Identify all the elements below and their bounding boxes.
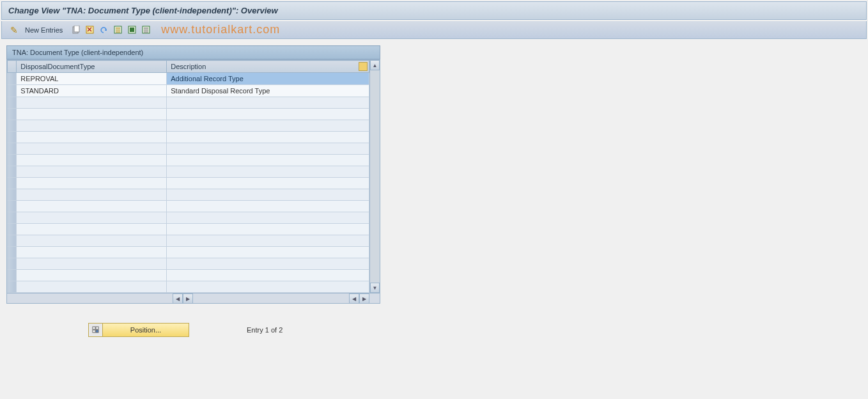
- cell-description[interactable]: [167, 132, 369, 143]
- row-selector[interactable]: [8, 281, 17, 293]
- table-row[interactable]: [8, 212, 369, 224]
- cell-disposal-type[interactable]: [17, 132, 167, 143]
- vertical-scrollbar[interactable]: ▲ ▼: [369, 60, 380, 293]
- cell-description[interactable]: [167, 109, 369, 120]
- cell-disposal-type[interactable]: [17, 258, 167, 270]
- table-row[interactable]: [8, 281, 369, 293]
- row-selector[interactable]: [8, 85, 17, 97]
- cell-description[interactable]: [167, 224, 369, 235]
- cell-disposal-type[interactable]: [17, 155, 167, 166]
- row-selector[interactable]: [8, 224, 17, 235]
- select-block-icon[interactable]: [127, 24, 138, 36]
- deselect-all-icon[interactable]: [141, 24, 152, 36]
- cell-disposal-type[interactable]: [17, 120, 167, 132]
- table-row[interactable]: [8, 120, 369, 132]
- hscroll-left-button[interactable]: ◀: [173, 293, 183, 304]
- cell-description[interactable]: [167, 201, 369, 212]
- table-row[interactable]: [8, 97, 369, 109]
- cell-disposal-type[interactable]: [17, 97, 167, 109]
- cell-disposal-type[interactable]: [17, 189, 167, 201]
- scroll-down-button[interactable]: ▼: [370, 283, 380, 293]
- cell-description[interactable]: [167, 212, 369, 224]
- cell-description[interactable]: [167, 178, 369, 189]
- hscroll-right-button[interactable]: ▶: [183, 293, 193, 304]
- row-selector[interactable]: [8, 155, 17, 166]
- scroll-track[interactable]: [370, 70, 380, 283]
- table-row[interactable]: [8, 247, 369, 258]
- cell-description[interactable]: Additional Record Type: [167, 73, 369, 85]
- cell-disposal-type[interactable]: [17, 247, 167, 258]
- table-wrapper: DisposalDocumentType Description REPROVA…: [6, 59, 380, 304]
- scroll-up-button[interactable]: ▲: [370, 60, 380, 70]
- new-entries-button[interactable]: New Entries: [22, 26, 68, 34]
- cell-description[interactable]: [167, 281, 369, 293]
- cell-description[interactable]: [167, 270, 369, 281]
- cell-description[interactable]: [167, 143, 369, 155]
- cell-description[interactable]: [167, 258, 369, 270]
- row-selector[interactable]: [8, 189, 17, 201]
- cell-disposal-type[interactable]: [17, 166, 167, 178]
- cell-disposal-type[interactable]: [17, 270, 167, 281]
- row-selector[interactable]: [8, 212, 17, 224]
- column-description[interactable]: Description: [167, 61, 369, 73]
- row-selector[interactable]: [8, 120, 17, 132]
- table-row[interactable]: [8, 166, 369, 178]
- table-row[interactable]: [8, 178, 369, 189]
- cell-description[interactable]: [167, 155, 369, 166]
- table-row[interactable]: [8, 155, 369, 166]
- table-row[interactable]: [8, 224, 369, 235]
- delete-icon[interactable]: [84, 24, 96, 36]
- cell-description[interactable]: [167, 189, 369, 201]
- cell-description[interactable]: [167, 247, 369, 258]
- cell-disposal-type[interactable]: REPROVAL: [17, 73, 167, 85]
- row-selector[interactable]: [8, 143, 17, 155]
- column-disposal-type[interactable]: DisposalDocumentType: [17, 61, 167, 73]
- table-settings-icon[interactable]: [359, 62, 368, 71]
- hscroll-left2-button[interactable]: ◀: [349, 293, 359, 304]
- row-selector[interactable]: [8, 109, 17, 120]
- row-selector[interactable]: [8, 132, 17, 143]
- table-row[interactable]: [8, 109, 369, 120]
- position-button[interactable]: Position...: [88, 323, 189, 337]
- cell-description[interactable]: [167, 166, 369, 178]
- cell-disposal-type[interactable]: STANDARD: [17, 85, 167, 97]
- cell-disposal-type[interactable]: [17, 143, 167, 155]
- row-selector[interactable]: [8, 235, 17, 247]
- table-row[interactable]: STANDARDStandard Disposal Record Type: [8, 85, 369, 97]
- cell-disposal-type[interactable]: [17, 235, 167, 247]
- copy-icon[interactable]: [70, 24, 82, 36]
- cell-disposal-type[interactable]: [17, 201, 167, 212]
- table-row[interactable]: [8, 143, 369, 155]
- table-row[interactable]: [8, 132, 369, 143]
- table-row[interactable]: [8, 258, 369, 270]
- change-icon[interactable]: ✎: [8, 24, 20, 36]
- cell-description[interactable]: [167, 120, 369, 132]
- cell-description[interactable]: [167, 235, 369, 247]
- toolbar: ✎ New Entries www.tutorialkart.com: [1, 21, 867, 39]
- cell-disposal-type[interactable]: [17, 212, 167, 224]
- table-row[interactable]: [8, 201, 369, 212]
- row-selector[interactable]: [8, 73, 17, 85]
- table-row[interactable]: REPROVALAdditional Record Type: [8, 73, 369, 85]
- cell-disposal-type[interactable]: [17, 281, 167, 293]
- selector-header[interactable]: [8, 61, 17, 73]
- row-selector[interactable]: [8, 247, 17, 258]
- row-selector[interactable]: [8, 178, 17, 189]
- cell-description[interactable]: [167, 97, 369, 109]
- row-selector[interactable]: [8, 97, 17, 109]
- table-row[interactable]: [8, 189, 369, 201]
- select-all-icon[interactable]: [112, 24, 124, 36]
- row-selector[interactable]: [8, 201, 17, 212]
- cell-description[interactable]: Standard Disposal Record Type: [167, 85, 369, 97]
- cell-disposal-type[interactable]: [17, 178, 167, 189]
- hscroll-right2-button[interactable]: ▶: [359, 293, 369, 304]
- cell-disposal-type[interactable]: [17, 109, 167, 120]
- hscroll-track[interactable]: [193, 293, 349, 303]
- undo-icon[interactable]: [98, 24, 110, 36]
- table-row[interactable]: [8, 235, 369, 247]
- row-selector[interactable]: [8, 258, 17, 270]
- cell-disposal-type[interactable]: [17, 224, 167, 235]
- table-row[interactable]: [8, 270, 369, 281]
- row-selector[interactable]: [8, 270, 17, 281]
- row-selector[interactable]: [8, 166, 17, 178]
